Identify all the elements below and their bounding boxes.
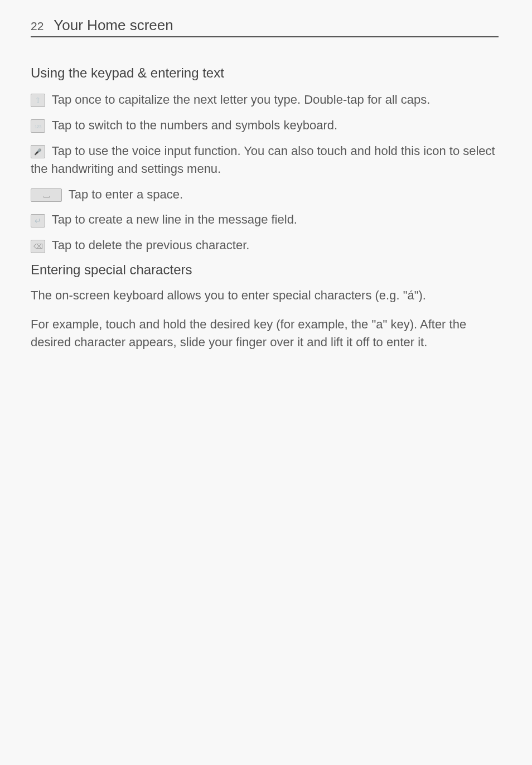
space-key-icon xyxy=(31,188,62,202)
section-heading-keypad: Using the keypad & entering text xyxy=(31,65,499,81)
enter-key-icon xyxy=(31,214,45,227)
key-item-delete: Tap to delete the previous character. xyxy=(31,236,499,254)
key-item-text: Tap to create a new line in the message … xyxy=(52,212,297,226)
section-special-chars: Entering special characters The on-scree… xyxy=(31,262,499,351)
page-header: 22 Your Home screen xyxy=(31,17,499,37)
delete-key-icon xyxy=(31,240,45,253)
numbers-key-icon xyxy=(31,119,45,133)
chapter-title: Your Home screen xyxy=(54,17,173,34)
key-item-shift: Tap once to capitalize the next letter y… xyxy=(31,91,499,109)
key-item-voice: Tap to use the voice input function. You… xyxy=(31,142,499,178)
key-item-text: Tap once to capitalize the next letter y… xyxy=(52,93,431,106)
key-item-text: Tap to switch to the numbers and symbols… xyxy=(52,118,337,132)
key-item-space: Tap to enter a space. xyxy=(31,186,499,204)
section-keypad: Using the keypad & entering text Tap onc… xyxy=(31,65,499,254)
body-paragraph: The on-screen keyboard allows you to ent… xyxy=(31,287,499,304)
key-item-enter: Tap to create a new line in the message … xyxy=(31,211,499,229)
section-heading-special-chars: Entering special characters xyxy=(31,262,499,278)
key-item-text: Tap to enter a space. xyxy=(69,187,183,201)
key-item-text: Tap to use the voice input function. You… xyxy=(31,144,495,176)
key-item-numbers: Tap to switch to the numbers and symbols… xyxy=(31,117,499,134)
body-paragraph: For example, touch and hold the desired … xyxy=(31,316,499,351)
page-number: 22 xyxy=(31,20,43,33)
voice-input-key-icon xyxy=(31,145,45,158)
key-item-text: Tap to delete the previous character. xyxy=(52,238,250,252)
shift-key-icon xyxy=(31,94,45,107)
